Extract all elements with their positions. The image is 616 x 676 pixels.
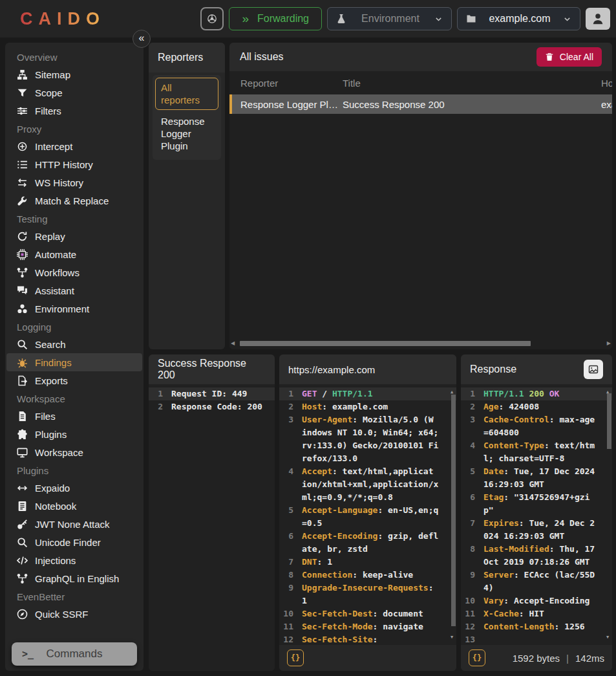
sidebar-item-label: Plugins: [35, 429, 67, 440]
line-number: 13: [461, 633, 475, 645]
sidebar-item-automate[interactable]: Automate: [5, 245, 143, 263]
file-icon: [17, 411, 28, 422]
line-number: 3: [461, 413, 475, 426]
column-header-reporter: Reporter: [240, 78, 343, 89]
line-number: 9: [461, 569, 475, 582]
vertical-scrollbar[interactable]: ▲ ▼: [450, 386, 456, 644]
swap-icon: [17, 177, 28, 188]
sidebar-item-label: Search: [35, 339, 66, 350]
sidebar-item-http-history[interactable]: HTTP History: [5, 155, 143, 173]
sidebar-item-label: Assistant: [35, 285, 74, 296]
horizontal-scrollbar-thumb[interactable]: [240, 341, 531, 346]
vertical-scrollbar[interactable]: ▲ ▼: [606, 386, 612, 644]
vertical-scrollbar-thumb[interactable]: [451, 395, 456, 626]
sidebar-item-label: Filters: [35, 105, 61, 116]
sidebar-item-ws-history[interactable]: WS History: [5, 173, 143, 191]
sidebar-item-label: WS History: [35, 177, 83, 188]
code-line: 2Age: 424008: [461, 400, 612, 413]
code-line: 3User-Agent: Mozilla/5.0 (Windows NT 10.…: [279, 413, 456, 465]
sidebar-item-label: Files: [35, 411, 56, 422]
chevron-down-icon: [434, 15, 443, 23]
sidebar-item-environment[interactable]: Environment: [5, 300, 143, 318]
forwarding-label: Forwarding: [257, 13, 309, 25]
sidebar-section-evenbetter: EvenBetter: [5, 587, 143, 605]
sidebar-item-intercept[interactable]: Intercept: [5, 137, 143, 155]
line-number: 10: [461, 594, 475, 607]
reporter-item-response-logger-plugin[interactable]: Response Logger Plugin: [155, 111, 218, 157]
sidebar-item-sitemap[interactable]: Sitemap: [5, 65, 143, 83]
environment-dropdown[interactable]: Environment: [327, 7, 452, 30]
project-dropdown[interactable]: example.com: [457, 7, 580, 30]
response-size: 1592 bytes: [513, 653, 560, 664]
code-line: 4Accept: text/html,application/xhtml+xml…: [279, 465, 456, 504]
sidebar-item-replay[interactable]: Replay: [5, 227, 143, 245]
sidebar-item-injections[interactable]: Injections: [5, 551, 143, 569]
sidebar-item-findings[interactable]: Findings: [6, 353, 142, 371]
sidebar-item-files[interactable]: Files: [5, 407, 143, 425]
funnel-icon: [17, 87, 28, 98]
sidebar-item-quick-ssrf[interactable]: Quick SSRF: [5, 605, 143, 623]
sidebar-item-assistant[interactable]: Assistant: [5, 281, 143, 300]
scroll-left-icon[interactable]: ◀: [231, 340, 235, 346]
request-editor[interactable]: ▲ ▼ 1GET / HTTP/1.12Host: example.com3Us…: [279, 384, 456, 645]
commands-label: Commands: [47, 648, 103, 660]
prettify-button[interactable]: {}: [469, 649, 485, 666]
sidebar-item-jwt-none-attack[interactable]: JWT None Attack: [5, 515, 143, 533]
sidebar-item-notebook[interactable]: Notebook: [5, 497, 143, 515]
sidebar-section-overview: Overview: [5, 48, 143, 65]
scroll-right-icon[interactable]: ▶: [607, 340, 611, 346]
horizontal-scrollbar[interactable]: ◀ ▶: [231, 340, 611, 347]
sidebar-item-label: Replay: [35, 231, 65, 242]
line-number: 3: [279, 413, 293, 426]
issue-reporter: Response Logger Plugin: [240, 99, 343, 110]
sidebar-item-search[interactable]: Search: [5, 335, 143, 353]
code-line: 8Connection: keep-alive: [279, 569, 456, 582]
sidebar-item-workspace[interactable]: Workspace: [5, 443, 143, 461]
sidebar-item-exports[interactable]: Exports: [5, 371, 143, 389]
sidebar-item-scope[interactable]: Scope: [5, 83, 143, 102]
collapse-sidebar-button[interactable]: «: [133, 30, 151, 48]
sidebar-item-unicode-finder[interactable]: Unicode Finder: [5, 533, 143, 551]
code-line: 10Sec-Fetch-Dest: document: [279, 607, 456, 620]
sidebar-section-plugins: Plugins: [5, 461, 143, 479]
sidebar-item-plugins[interactable]: Plugins: [5, 425, 143, 443]
response-time: 142ms: [575, 653, 604, 664]
issue-row[interactable]: Response Logger PluginSuccess Response 2…: [229, 94, 612, 114]
compass-icon: [17, 609, 28, 620]
sidebar-item-filters[interactable]: Filters: [5, 102, 143, 120]
reporter-item-all-reporters[interactable]: All reporters: [155, 78, 218, 110]
sidebar-item-graphql-in-english[interactable]: GraphQL in English: [5, 569, 143, 587]
terminal-icon: >_: [22, 648, 34, 660]
sidebar-item-expaido[interactable]: Expaido: [5, 479, 143, 497]
reporters-list: All reportersResponse Logger Plugin: [153, 75, 221, 160]
code-line: 5Accept-Language: en-US,en;q=0.5: [279, 504, 456, 530]
sidebar-item-workflows[interactable]: Workflows: [5, 263, 143, 281]
prettify-button[interactable]: {}: [287, 649, 304, 666]
sidebar: OverviewSitemapScopeFiltersProxyIntercep…: [5, 43, 143, 671]
issue-host: example.com: [601, 99, 612, 110]
column-header-title: Title: [343, 78, 601, 89]
caido-logo: CAIDO: [20, 9, 105, 29]
sidebar-item-label: Scope: [35, 87, 63, 98]
reporters-title: Reporters: [149, 43, 225, 72]
vertical-scrollbar-thumb[interactable]: [607, 393, 611, 449]
user-button[interactable]: [586, 8, 610, 30]
bug-icon: [17, 357, 28, 368]
browser-button[interactable]: [200, 7, 224, 30]
code-line: 13: [461, 633, 612, 645]
sidebar-item-match-replace[interactable]: Match & Replace: [5, 191, 143, 210]
reporters-panel: Reporters All reportersResponse Logger P…: [149, 43, 225, 349]
finding-detail-editor[interactable]: 1Request ID: 4492Response Code: 200: [149, 384, 275, 671]
scroll-down-icon[interactable]: ▼: [451, 631, 453, 644]
render-image-button[interactable]: [584, 360, 603, 379]
flask-icon: [336, 14, 346, 24]
sidebar-section-workspace: Workspace: [5, 389, 143, 407]
line-number: 1: [461, 387, 475, 400]
response-editor[interactable]: ▲ ▼ 1HTTP/1.1 200 OK2Age: 4240083Cache-C…: [461, 384, 612, 645]
clear-all-button[interactable]: Clear All: [536, 47, 602, 67]
sidebar-item-label: Quick SSRF: [35, 609, 89, 620]
scroll-down-icon[interactable]: ▼: [606, 631, 609, 644]
line-number: 4: [461, 439, 475, 452]
commands-button[interactable]: >_ Commands: [12, 642, 137, 666]
forwarding-button[interactable]: » Forwarding: [229, 7, 322, 30]
